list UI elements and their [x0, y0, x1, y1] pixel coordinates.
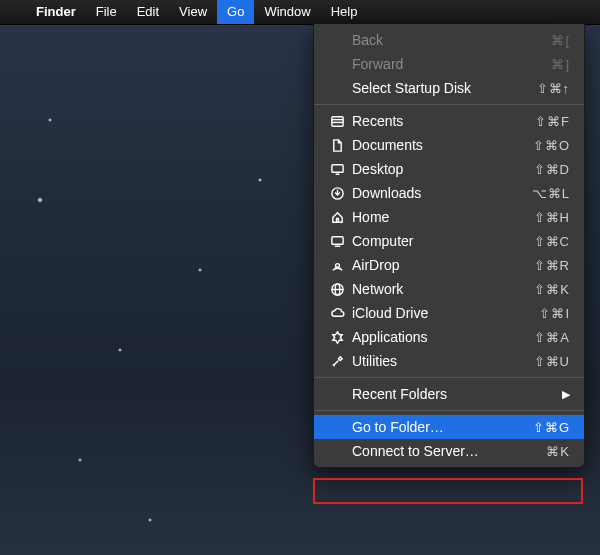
menubar-item-window[interactable]: Window — [254, 0, 320, 24]
menubar-item-help[interactable]: Help — [321, 0, 368, 24]
menu-label: Desktop — [348, 161, 534, 177]
menu-item-connect-to-server[interactable]: Connect to Server… ⌘K — [314, 439, 584, 463]
menu-item-downloads[interactable]: Downloads ⌥⌘L — [314, 181, 584, 205]
menu-item-network[interactable]: Network ⇧⌘K — [314, 277, 584, 301]
menu-label: Utilities — [348, 353, 534, 369]
menu-shortcut: ⇧⌘H — [534, 210, 570, 225]
svg-rect-6 — [331, 236, 342, 244]
menu-shortcut: ⌥⌘L — [532, 186, 570, 201]
menu-shortcut: ⇧⌘G — [533, 420, 570, 435]
desktop-icon — [326, 162, 348, 177]
menu-item-recent-folders[interactable]: Recent Folders ▶ — [314, 382, 584, 406]
icloud-icon — [326, 306, 348, 321]
menu-shortcut: ⌘] — [551, 57, 570, 72]
menu-shortcut: ⌘[ — [551, 33, 570, 48]
menu-item-icloud[interactable]: iCloud Drive ⇧⌘I — [314, 301, 584, 325]
menu-label: Home — [348, 209, 534, 225]
menu-item-airdrop[interactable]: AirDrop ⇧⌘R — [314, 253, 584, 277]
menubar-item-file[interactable]: File — [86, 0, 127, 24]
menu-item-desktop[interactable]: Desktop ⇧⌘D — [314, 157, 584, 181]
menu-label: Downloads — [348, 185, 532, 201]
menu-shortcut: ⇧⌘C — [534, 234, 570, 249]
menu-label: Select Startup Disk — [326, 80, 537, 96]
menu-separator — [314, 104, 584, 105]
menu-shortcut: ⇧⌘R — [534, 258, 570, 273]
menubar-item-edit[interactable]: Edit — [127, 0, 169, 24]
menubar-item-view[interactable]: View — [169, 0, 217, 24]
menu-item-back: Back ⌘[ — [314, 28, 584, 52]
submenu-arrow-icon: ▶ — [562, 388, 570, 401]
svg-rect-0 — [331, 116, 342, 125]
menu-item-documents[interactable]: Documents ⇧⌘O — [314, 133, 584, 157]
menubar: Finder File Edit View Go Window Help — [0, 0, 600, 25]
menubar-item-go[interactable]: Go — [217, 0, 254, 24]
airdrop-icon — [326, 258, 348, 273]
menu-shortcut: ⇧⌘U — [534, 354, 570, 369]
documents-icon — [326, 138, 348, 153]
menu-item-recents[interactable]: Recents ⇧⌘F — [314, 109, 584, 133]
downloads-icon — [326, 186, 348, 201]
menu-label: AirDrop — [348, 257, 534, 273]
home-icon — [326, 210, 348, 225]
menu-label: Applications — [348, 329, 534, 345]
svg-rect-3 — [331, 164, 342, 172]
menu-label: iCloud Drive — [348, 305, 539, 321]
menu-label: Go to Folder… — [326, 419, 533, 435]
menu-item-home[interactable]: Home ⇧⌘H — [314, 205, 584, 229]
menu-item-select-startup-disk[interactable]: Select Startup Disk ⇧⌘↑ — [314, 76, 584, 100]
menu-shortcut: ⇧⌘A — [534, 330, 570, 345]
menu-item-computer[interactable]: Computer ⇧⌘C — [314, 229, 584, 253]
menu-label: Documents — [348, 137, 533, 153]
annotation-highlight-box — [313, 478, 583, 504]
menu-shortcut: ⇧⌘O — [533, 138, 570, 153]
network-icon — [326, 282, 348, 297]
menu-label: Connect to Server… — [326, 443, 546, 459]
recents-icon — [326, 114, 348, 129]
menu-item-go-to-folder[interactable]: Go to Folder… ⇧⌘G — [314, 415, 584, 439]
menu-label: Forward — [326, 56, 551, 72]
menu-shortcut: ⇧⌘I — [539, 306, 570, 321]
menu-shortcut: ⇧⌘D — [534, 162, 570, 177]
menu-label: Recents — [348, 113, 535, 129]
menu-separator — [314, 377, 584, 378]
utilities-icon — [326, 354, 348, 369]
menu-label: Back — [326, 32, 551, 48]
menu-shortcut: ⌘K — [546, 444, 570, 459]
menu-item-utilities[interactable]: Utilities ⇧⌘U — [314, 349, 584, 373]
menu-shortcut: ⇧⌘K — [534, 282, 570, 297]
menu-shortcut: ⇧⌘F — [535, 114, 570, 129]
menu-shortcut: ⇧⌘↑ — [537, 81, 571, 96]
go-menu-dropdown: Back ⌘[ Forward ⌘] Select Startup Disk ⇧… — [313, 24, 585, 468]
menu-label: Recent Folders — [326, 386, 562, 402]
menubar-app[interactable]: Finder — [26, 0, 86, 24]
menu-label: Network — [348, 281, 534, 297]
menu-label: Computer — [348, 233, 534, 249]
menu-item-forward: Forward ⌘] — [314, 52, 584, 76]
menu-separator — [314, 410, 584, 411]
applications-icon — [326, 330, 348, 345]
computer-icon — [326, 234, 348, 249]
menu-item-applications[interactable]: Applications ⇧⌘A — [314, 325, 584, 349]
